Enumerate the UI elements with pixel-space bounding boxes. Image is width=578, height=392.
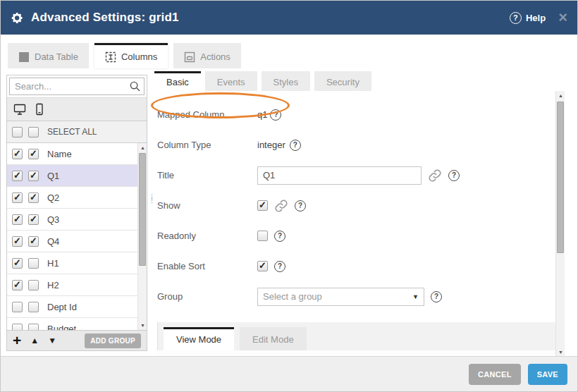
close-icon[interactable]: ×	[558, 11, 567, 25]
column-name: Q3	[47, 214, 59, 225]
group-help-icon[interactable]: ?	[431, 291, 442, 302]
form-scrollbar[interactable]: ▲ ▼	[555, 91, 565, 357]
tab-data-table[interactable]: Data Table	[8, 43, 89, 68]
scroll-down-icon[interactable]: ▼	[138, 321, 147, 330]
dialog-header: Advanced Settings: grid1 ? Help ×	[1, 1, 577, 35]
mobile-checkbox[interactable]	[28, 192, 39, 203]
column-list-item[interactable]: Q1	[7, 165, 137, 187]
enable-sort-checkbox[interactable]	[257, 261, 268, 271]
desktop-checkbox[interactable]	[12, 214, 23, 225]
mode-tabs: View Mode Edit Mode	[157, 322, 565, 350]
mobile-checkbox[interactable]	[28, 236, 39, 247]
mapped-column-row: Mapped Column q1 ?	[157, 99, 549, 130]
group-row: Group Select a group ▼ ?	[157, 281, 549, 312]
mapped-column-label: Mapped Column	[157, 109, 257, 120]
desktop-checkbox[interactable]	[12, 149, 23, 159]
mode-section: View Mode Edit Mode Widget -- Select a w…	[157, 322, 565, 357]
mobile-checkbox[interactable]	[28, 149, 39, 159]
column-list-item[interactable]: H2	[7, 274, 137, 296]
move-down-button[interactable]: ▼	[48, 336, 56, 345]
title-help-icon[interactable]: ?	[448, 170, 460, 181]
list-scrollbar-thumb[interactable]	[139, 153, 146, 266]
actions-icon	[184, 51, 195, 63]
mobile-checkbox[interactable]	[28, 302, 39, 312]
column-type-help-icon[interactable]: ?	[290, 140, 301, 151]
readonly-label: Readonly	[157, 231, 257, 241]
column-name: Name	[47, 149, 72, 159]
column-list-item[interactable]: Dept Id	[7, 296, 137, 318]
mapped-column-value: q1	[257, 109, 267, 120]
column-name: Dept Id	[47, 302, 77, 312]
chevron-down-icon: ▼	[412, 293, 419, 300]
desktop-checkbox[interactable]	[12, 171, 23, 181]
tab-actions[interactable]: Actions	[173, 43, 241, 68]
show-label: Show	[157, 200, 257, 211]
tab-view-mode[interactable]: View Mode	[164, 327, 234, 350]
readonly-help-icon[interactable]: ?	[274, 231, 285, 242]
add-column-button[interactable]: +	[13, 333, 21, 348]
column-list-item[interactable]: H1	[7, 252, 137, 274]
desktop-checkbox[interactable]	[12, 324, 23, 331]
show-checkbox[interactable]	[257, 200, 268, 211]
add-group-button[interactable]: ADD GROUP	[85, 333, 141, 348]
bind-link-icon[interactable]	[428, 169, 442, 183]
column-detail-panel: Basic Events Styles Security Mapped Colu…	[154, 71, 565, 357]
desktop-checkbox[interactable]	[12, 280, 23, 290]
desktop-checkbox[interactable]	[12, 236, 23, 247]
tab-styles[interactable]: Styles	[262, 71, 310, 91]
bind-link-icon[interactable]	[274, 199, 288, 213]
tab-events[interactable]: Events	[205, 71, 257, 91]
mobile-checkbox[interactable]	[28, 324, 39, 331]
desktop-checkbox[interactable]	[12, 302, 23, 312]
column-name: Q1	[47, 171, 59, 181]
readonly-checkbox[interactable]	[257, 231, 268, 241]
tab-security[interactable]: Security	[314, 71, 371, 91]
search-input[interactable]	[9, 78, 144, 95]
main-tabs: Data Table Columns Actions	[8, 43, 241, 68]
list-scrollbar[interactable]: ▲ ▼	[137, 143, 147, 330]
cancel-button[interactable]: CANCEL	[469, 364, 521, 385]
column-list-item[interactable]: Q4	[7, 231, 137, 252]
scroll-up-icon[interactable]: ▲	[138, 143, 147, 152]
enable-sort-help-icon[interactable]: ?	[274, 261, 285, 272]
desktop-checkbox[interactable]	[12, 192, 23, 203]
advanced-settings-dialog: Advanced Settings: grid1 ? Help × Data T…	[0, 0, 578, 392]
column-list-item[interactable]: Budget	[7, 318, 137, 330]
mobile-checkbox[interactable]	[28, 214, 39, 225]
enable-sort-label: Enable Sort	[157, 261, 257, 271]
detail-tabs: Basic Events Styles Security	[154, 71, 565, 91]
dialog-footer: CANCEL SAVE	[1, 356, 577, 391]
select-all-desktop-checkbox[interactable]	[12, 127, 23, 137]
select-all-mobile-checkbox[interactable]	[28, 127, 39, 137]
tab-basic[interactable]: Basic	[154, 71, 201, 91]
column-list-item[interactable]: Q2	[7, 187, 137, 209]
save-button[interactable]: SAVE	[528, 364, 567, 385]
tab-edit-mode[interactable]: Edit Mode	[240, 327, 307, 350]
device-columns-row	[7, 98, 147, 121]
mobile-icon[interactable]	[33, 103, 46, 116]
column-list-item[interactable]: Name	[7, 143, 137, 165]
panel-resize-handle[interactable]: ⋮⋮	[149, 195, 152, 211]
select-all-row[interactable]: SELECT ALL	[7, 121, 147, 143]
mobile-checkbox[interactable]	[28, 280, 39, 290]
help-button[interactable]: ? Help	[510, 12, 546, 24]
tab-columns[interactable]: Columns	[94, 43, 168, 68]
list-toolbar: + ▲ ▼ ADD GROUP	[7, 330, 147, 350]
group-select[interactable]: Select a group ▼	[257, 288, 424, 306]
mobile-checkbox[interactable]	[28, 171, 39, 181]
scroll-up-icon[interactable]: ▲	[556, 91, 565, 100]
move-up-button[interactable]: ▲	[30, 336, 39, 345]
mapped-column-help-icon[interactable]: ?	[270, 109, 281, 121]
search-icon[interactable]	[129, 80, 141, 92]
desktop-icon[interactable]	[13, 103, 26, 116]
basic-form: Mapped Column q1 ? Column Type integer ?…	[154, 91, 565, 357]
form-scrollbar-thumb[interactable]	[557, 102, 564, 253]
column-list-item[interactable]: Q3	[7, 209, 137, 231]
show-help-icon[interactable]: ?	[295, 200, 306, 212]
enable-sort-row: Enable Sort ?	[157, 251, 549, 281]
columns-list-panel: SELECT ALL Name Q1 Q2 Q3 Q4 H1 H2	[6, 75, 147, 351]
title-input[interactable]	[257, 166, 422, 185]
desktop-checkbox[interactable]	[12, 258, 23, 269]
column-name: Budget	[47, 324, 76, 331]
mobile-checkbox[interactable]	[28, 258, 39, 269]
